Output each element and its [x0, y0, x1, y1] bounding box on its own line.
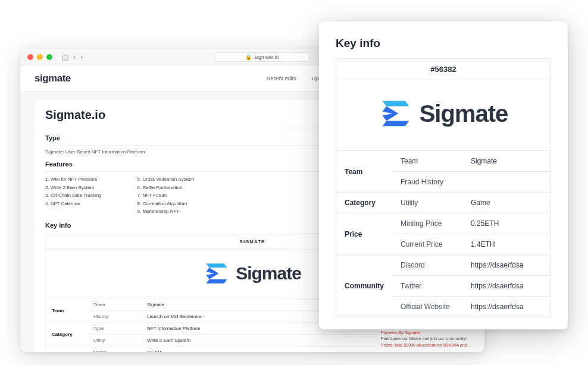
group-token: Token: [46, 346, 87, 352]
group-team: Team: [336, 151, 392, 193]
kv-value: [462, 172, 551, 193]
table-row: Team Team Sigmate: [336, 151, 551, 172]
address-bar[interactable]: 🔒 sigmate.io: [215, 52, 310, 62]
panel-table: Team Team Sigmate Fraud History Category…: [336, 150, 551, 317]
kv-value: Game: [462, 193, 551, 213]
kv-value: Sigmate: [462, 151, 551, 172]
logo-text: Sigmate: [236, 263, 301, 284]
nav-back-icon[interactable]: ‹: [73, 53, 76, 61]
window-minimize-icon[interactable]: [37, 54, 43, 60]
panel-title: Key info: [336, 37, 551, 50]
brand-logo[interactable]: sigmate: [35, 73, 71, 84]
feature-item: 3. Off-Chain Data Tracking: [45, 191, 102, 200]
feature-item: 7. NFT Forum: [137, 191, 194, 200]
svg-marker-4: [382, 106, 398, 121]
group-price: Price: [336, 213, 392, 255]
keyinfo-panel: Key info #56382 Sigmate Team Team Sigmat…: [319, 21, 568, 329]
kv-value[interactable]: https://dsaerfdsa: [462, 276, 551, 297]
page-title: Sigmate.io: [45, 108, 105, 122]
group-category: Category: [46, 322, 87, 346]
sigma-icon: [204, 260, 230, 287]
kv-label: Team: [87, 298, 141, 310]
feature-item: 2. Write 2 Earn System: [45, 184, 102, 192]
window-close-icon[interactable]: [27, 54, 33, 60]
svg-marker-3: [382, 101, 409, 106]
table-row: Category Utility Game: [336, 193, 551, 213]
table-row: Price Minting Price 0.25ETH: [336, 213, 551, 234]
kv-label: Type: [87, 322, 141, 334]
feature-item: 6. Raffle Participation: [137, 184, 194, 192]
side-line: Participate our Gleam and join our commu…: [381, 336, 481, 342]
lock-icon: 🔒: [245, 54, 252, 60]
svg-marker-5: [382, 121, 409, 126]
svg-marker-2: [207, 279, 227, 284]
sidebar-toggle-icon[interactable]: ▢: [62, 53, 68, 61]
svg-marker-1: [207, 268, 219, 279]
kv-label: Official Website: [392, 297, 462, 317]
group-team: Team: [46, 298, 87, 322]
feature-item: 5. Cross Validation System: [137, 175, 194, 184]
table-row: Community Discord https://dsaerfdsa: [336, 255, 551, 276]
kv-value[interactable]: https://dsaerfdsa: [462, 255, 551, 276]
kv-label: Minting Price: [392, 213, 462, 234]
svg-marker-0: [207, 263, 227, 268]
feature-item: 9. Membership NFT: [137, 207, 194, 216]
kv-label: Team: [392, 151, 462, 172]
kv-label: Utility: [87, 334, 141, 346]
kv-label: Name: [87, 346, 141, 352]
logo-text: Sigmate: [420, 100, 508, 127]
kv-label: Twitter: [392, 276, 462, 297]
panel-logo: Sigmate: [336, 80, 551, 150]
kv-label: Discord: [392, 255, 462, 276]
group-category: Category: [336, 193, 392, 213]
kv-label: History: [87, 310, 141, 322]
nav-recent-edits[interactable]: Recent edits: [267, 75, 296, 81]
kv-label: Current Price: [392, 234, 462, 255]
kv-label: Fraud History: [392, 172, 462, 193]
feature-item: 4. NFT Calendar: [45, 200, 102, 208]
panel-id: #56382: [336, 59, 551, 80]
side-line: Prizes: total $2000 allocations for $SIG…: [381, 342, 481, 349]
group-community: Community: [336, 255, 392, 317]
nav-forward-icon[interactable]: ›: [80, 53, 83, 61]
kv-value[interactable]: https://dsaerfdsa: [462, 297, 551, 317]
kv-label: Utility: [392, 193, 462, 213]
sigma-icon: [379, 97, 412, 130]
feature-item: 8. Correlation Algorithm: [137, 200, 194, 208]
address-text: sigmate.io: [254, 54, 279, 60]
feature-item: 1. Wiki for NFT investors: [45, 175, 102, 184]
kv-value: 1.4ETH: [462, 234, 551, 255]
window-maximize-icon[interactable]: [46, 54, 52, 60]
panel-box: #56382 Sigmate Team Team Sigmate Fraud H…: [336, 58, 551, 317]
side-line: Pioneers By Sigmate: [381, 330, 481, 336]
kv-value: 0.25ETH: [462, 213, 551, 234]
